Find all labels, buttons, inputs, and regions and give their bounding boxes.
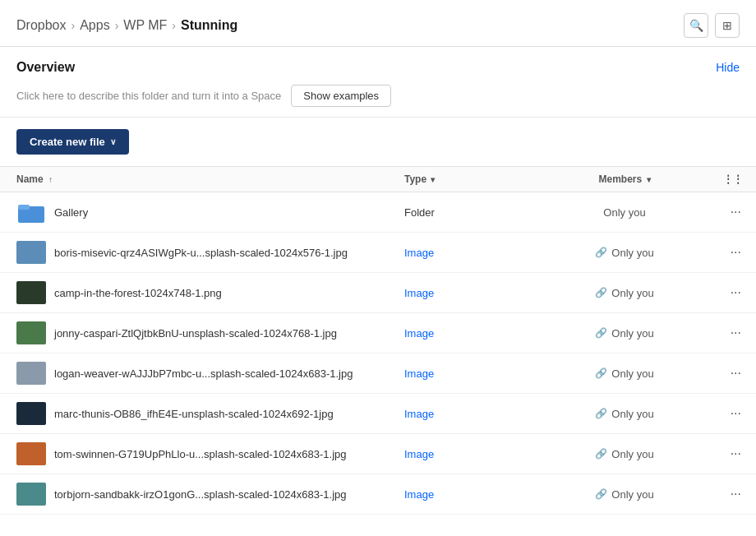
file-type: Folder bbox=[404, 206, 435, 219]
breadcrumb-dropbox[interactable]: Dropbox bbox=[16, 18, 66, 33]
type-filter-icon: ▾ bbox=[431, 175, 435, 184]
show-examples-button[interactable]: Show examples bbox=[291, 85, 391, 107]
type-cell: Image bbox=[394, 434, 542, 474]
name-cell: logan-weaver-wAJJJbP7mbc-u...splash-scal… bbox=[0, 353, 394, 394]
members-cell: 🔗 Only you bbox=[552, 247, 697, 259]
file-name-container: torbjorn-sandbakk-irzO1gonG...splash-sca… bbox=[16, 483, 385, 506]
name-cell: jonny-caspari-ZtlQjtbkBnU-unsplash-scale… bbox=[0, 313, 394, 353]
name-cell: tom-swinnen-G719UpPhLlo-u...splash-scale… bbox=[0, 434, 394, 474]
actions-cell: ··· bbox=[707, 273, 756, 313]
link-icon: 🔗 bbox=[595, 287, 607, 298]
col-header-members[interactable]: Members ▾ bbox=[542, 167, 707, 192]
actions-cell: ··· bbox=[707, 434, 756, 474]
more-options-button[interactable]: ··· bbox=[726, 282, 746, 303]
table-header: Name ↑ Type ▾ Members ▾ ⋮⋮ bbox=[0, 167, 756, 192]
grid-view-button[interactable]: ⊞ bbox=[715, 13, 740, 38]
more-options-button[interactable]: ··· bbox=[726, 483, 746, 505]
file-table: Name ↑ Type ▾ Members ▾ ⋮⋮ bbox=[0, 166, 756, 515]
more-options-button[interactable]: ··· bbox=[726, 363, 746, 384]
members-text: Only you bbox=[611, 448, 653, 460]
actions-grid-icon: ⋮⋮ bbox=[723, 173, 743, 185]
breadcrumb-apps[interactable]: Apps bbox=[80, 18, 109, 33]
breadcrumb-wpmf[interactable]: WP MF bbox=[123, 18, 167, 33]
members-cell: 🔗 Only you bbox=[552, 408, 697, 420]
type-cell: Image bbox=[394, 474, 542, 515]
more-options-button[interactable]: ··· bbox=[726, 403, 746, 424]
file-name[interactable]: marc-thunis-OB86_ifhE4E-unsplash-scaled-… bbox=[54, 408, 334, 420]
members-text: Only you bbox=[611, 287, 653, 299]
table-row: tom-swinnen-G719UpPhLlo-u...splash-scale… bbox=[0, 434, 756, 474]
overview-desc-text: Click here to describe this folder and t… bbox=[16, 90, 281, 102]
file-thumbnail bbox=[16, 442, 46, 465]
members-text: Only you bbox=[611, 327, 653, 340]
chevron-down-icon: ∨ bbox=[110, 137, 116, 146]
link-icon: 🔗 bbox=[595, 408, 607, 419]
members-col: 🔗 Only you bbox=[542, 273, 707, 313]
type-cell: Image bbox=[394, 273, 542, 313]
actions-cell: ··· bbox=[707, 233, 756, 273]
create-label: Create new file bbox=[30, 136, 105, 148]
more-options-button[interactable]: ··· bbox=[726, 242, 746, 263]
file-thumbnail bbox=[16, 321, 46, 344]
members-filter-icon: ▾ bbox=[647, 175, 651, 184]
header: Dropbox › Apps › WP MF › Stunning 🔍 ⊞ bbox=[0, 0, 756, 47]
file-name-container: tom-swinnen-G719UpPhLlo-u...splash-scale… bbox=[16, 442, 385, 465]
col-header-type[interactable]: Type ▾ bbox=[394, 167, 542, 192]
name-cell: marc-thunis-OB86_ifhE4E-unsplash-scaled-… bbox=[0, 394, 394, 434]
file-thumbnail bbox=[16, 483, 46, 506]
breadcrumb: Dropbox › Apps › WP MF › Stunning bbox=[16, 18, 237, 33]
members-text: Only you bbox=[603, 206, 645, 219]
overview-description: Click here to describe this folder and t… bbox=[16, 85, 740, 107]
hide-button[interactable]: Hide bbox=[716, 61, 740, 74]
more-options-button[interactable]: ··· bbox=[726, 443, 746, 464]
members-col: 🔗 Only you bbox=[542, 233, 707, 273]
members-col: 🔗 Only you bbox=[542, 434, 707, 474]
create-new-file-button[interactable]: Create new file ∨ bbox=[16, 129, 129, 155]
col-header-name[interactable]: Name ↑ bbox=[0, 167, 394, 192]
file-name[interactable]: Gallery bbox=[54, 206, 88, 219]
name-sort-icon: ↑ bbox=[48, 175, 53, 184]
breadcrumb-sep-3: › bbox=[172, 19, 176, 32]
breadcrumb-current: Stunning bbox=[181, 18, 237, 33]
file-name[interactable]: torbjorn-sandbakk-irzO1gonG...splash-sca… bbox=[54, 488, 347, 501]
file-type: Image bbox=[404, 408, 434, 420]
members-cell: Only you bbox=[552, 206, 697, 219]
link-icon: 🔗 bbox=[595, 247, 607, 258]
link-icon: 🔗 bbox=[595, 327, 607, 339]
file-type: Image bbox=[404, 448, 434, 460]
table-row: jonny-caspari-ZtlQjtbkBnU-unsplash-scale… bbox=[0, 313, 756, 353]
file-name[interactable]: jonny-caspari-ZtlQjtbkBnU-unsplash-scale… bbox=[54, 327, 337, 340]
search-button[interactable]: 🔍 bbox=[684, 13, 708, 38]
file-name[interactable]: logan-weaver-wAJJJbP7mbc-u...splash-scal… bbox=[54, 367, 353, 380]
link-icon: 🔗 bbox=[595, 448, 607, 460]
file-name[interactable]: tom-swinnen-G719UpPhLlo-u...splash-scale… bbox=[54, 448, 347, 460]
members-cell: 🔗 Only you bbox=[552, 327, 697, 340]
actions-cell: ··· bbox=[707, 192, 756, 233]
more-options-button[interactable]: ··· bbox=[726, 322, 746, 344]
header-actions: 🔍 ⊞ bbox=[684, 13, 740, 38]
file-thumbnail bbox=[16, 402, 46, 425]
name-cell: torbjorn-sandbakk-irzO1gonG...splash-sca… bbox=[0, 474, 394, 515]
more-options-button[interactable]: ··· bbox=[726, 201, 746, 223]
overview-section: Overview Hide Click here to describe thi… bbox=[0, 47, 756, 118]
table-row: camp-in-the-forest-1024x748-1.png Image … bbox=[0, 273, 756, 313]
col-header-actions[interactable]: ⋮⋮ bbox=[707, 167, 756, 192]
file-name[interactable]: boris-misevic-qrz4ASIWgPk-u...splash-sca… bbox=[54, 247, 348, 259]
members-text: Only you bbox=[611, 247, 653, 259]
members-text: Only you bbox=[611, 367, 653, 380]
members-cell: 🔗 Only you bbox=[552, 367, 697, 380]
file-type: Image bbox=[404, 287, 434, 299]
file-thumbnail bbox=[16, 241, 46, 264]
members-col: 🔗 Only you bbox=[542, 313, 707, 353]
name-cell: camp-in-the-forest-1024x748-1.png bbox=[0, 273, 394, 313]
file-name-container: boris-misevic-qrz4ASIWgPk-u...splash-sca… bbox=[16, 241, 385, 264]
breadcrumb-sep-2: › bbox=[115, 19, 119, 32]
type-cell: Folder bbox=[394, 192, 542, 233]
file-name-container: logan-weaver-wAJJJbP7mbc-u...splash-scal… bbox=[16, 362, 385, 385]
overview-title: Overview bbox=[16, 60, 75, 75]
file-name[interactable]: camp-in-the-forest-1024x748-1.png bbox=[54, 287, 222, 299]
file-thumbnail bbox=[16, 362, 46, 385]
members-col: 🔗 Only you bbox=[542, 474, 707, 515]
members-cell: 🔗 Only you bbox=[552, 287, 697, 299]
file-type: Image bbox=[404, 488, 434, 501]
